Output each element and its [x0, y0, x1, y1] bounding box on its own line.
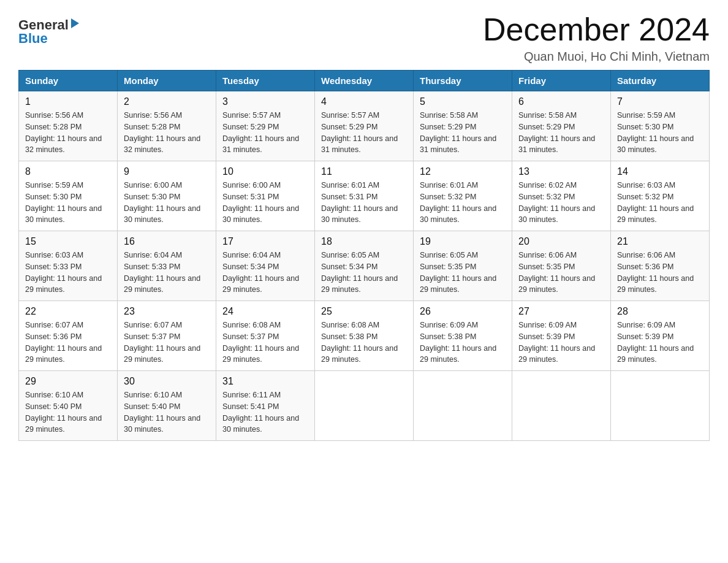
day-number: 6 — [518, 96, 604, 107]
calendar-day-cell: 21 Sunrise: 6:06 AMSunset: 5:36 PMDaylig… — [611, 231, 710, 301]
day-info: Sunrise: 6:10 AMSunset: 5:40 PMDaylight:… — [124, 391, 200, 434]
day-number: 26 — [420, 306, 506, 317]
day-info: Sunrise: 5:58 AMSunset: 5:29 PMDaylight:… — [518, 111, 595, 154]
day-number: 5 — [420, 96, 506, 107]
day-number: 14 — [617, 166, 703, 177]
weekday-header-wednesday: Wednesday — [315, 71, 414, 91]
calendar-day-cell: 16 Sunrise: 6:04 AMSunset: 5:33 PMDaylig… — [118, 231, 216, 301]
day-info: Sunrise: 6:09 AMSunset: 5:39 PMDaylight:… — [617, 321, 694, 364]
calendar-day-cell: 31 Sunrise: 6:11 AMSunset: 5:41 PMDaylig… — [216, 371, 315, 441]
day-info: Sunrise: 6:06 AMSunset: 5:36 PMDaylight:… — [617, 251, 694, 294]
logo-general-text: General — [18, 18, 69, 32]
day-info: Sunrise: 6:04 AMSunset: 5:34 PMDaylight:… — [222, 251, 299, 294]
day-info: Sunrise: 6:07 AMSunset: 5:36 PMDaylight:… — [25, 321, 102, 364]
calendar-week-row: 15 Sunrise: 6:03 AMSunset: 5:33 PMDaylig… — [19, 231, 710, 301]
logo-blue-text: Blue — [18, 31, 48, 46]
day-number: 15 — [25, 236, 111, 247]
day-info: Sunrise: 5:58 AMSunset: 5:29 PMDaylight:… — [420, 111, 496, 154]
day-number: 7 — [617, 96, 703, 107]
calendar-week-row: 1 Sunrise: 5:56 AMSunset: 5:28 PMDayligh… — [19, 91, 710, 161]
calendar-day-cell: 22 Sunrise: 6:07 AMSunset: 5:36 PMDaylig… — [19, 301, 118, 371]
calendar-header-row: SundayMondayTuesdayWednesdayThursdayFrid… — [19, 71, 710, 91]
calendar-day-cell: 8 Sunrise: 5:59 AMSunset: 5:30 PMDayligh… — [19, 161, 118, 231]
weekday-header-saturday: Saturday — [611, 71, 710, 91]
day-number: 23 — [124, 306, 210, 317]
calendar-day-cell: 20 Sunrise: 6:06 AMSunset: 5:35 PMDaylig… — [512, 231, 611, 301]
day-number: 29 — [25, 376, 111, 387]
calendar-day-cell: 11 Sunrise: 6:01 AMSunset: 5:31 PMDaylig… — [315, 161, 414, 231]
day-number: 8 — [25, 166, 111, 177]
month-title: December 2024 — [483, 12, 710, 47]
calendar-day-cell: 24 Sunrise: 6:08 AMSunset: 5:37 PMDaylig… — [216, 301, 315, 371]
calendar-day-cell: 19 Sunrise: 6:05 AMSunset: 5:35 PMDaylig… — [414, 231, 512, 301]
day-info: Sunrise: 5:56 AMSunset: 5:28 PMDaylight:… — [124, 111, 200, 154]
day-number: 18 — [321, 236, 407, 247]
day-number: 3 — [222, 96, 308, 107]
day-info: Sunrise: 5:59 AMSunset: 5:30 PMDaylight:… — [617, 111, 694, 154]
day-info: Sunrise: 6:08 AMSunset: 5:38 PMDaylight:… — [321, 321, 398, 364]
weekday-header-monday: Monday — [118, 71, 216, 91]
calendar-day-cell: 28 Sunrise: 6:09 AMSunset: 5:39 PMDaylig… — [611, 301, 710, 371]
calendar-day-cell — [512, 371, 611, 441]
weekday-header-tuesday: Tuesday — [216, 71, 315, 91]
day-number: 1 — [25, 96, 111, 107]
day-number: 19 — [420, 236, 506, 247]
day-number: 30 — [124, 376, 210, 387]
day-info: Sunrise: 6:07 AMSunset: 5:37 PMDaylight:… — [124, 321, 200, 364]
weekday-header-friday: Friday — [512, 71, 611, 91]
day-info: Sunrise: 6:03 AMSunset: 5:33 PMDaylight:… — [25, 251, 102, 294]
page-header: General Blue December 2024 Quan Muoi, Ho… — [18, 12, 710, 64]
weekday-header-thursday: Thursday — [414, 71, 512, 91]
day-info: Sunrise: 5:57 AMSunset: 5:29 PMDaylight:… — [321, 111, 398, 154]
calendar-day-cell — [414, 371, 512, 441]
day-info: Sunrise: 6:08 AMSunset: 5:37 PMDaylight:… — [222, 321, 299, 364]
calendar-table: SundayMondayTuesdayWednesdayThursdayFrid… — [18, 70, 710, 441]
day-number: 2 — [124, 96, 210, 107]
calendar-day-cell: 1 Sunrise: 5:56 AMSunset: 5:28 PMDayligh… — [19, 91, 118, 161]
day-info: Sunrise: 6:06 AMSunset: 5:35 PMDaylight:… — [518, 251, 595, 294]
day-info: Sunrise: 6:00 AMSunset: 5:30 PMDaylight:… — [124, 181, 200, 224]
day-number: 11 — [321, 166, 407, 177]
calendar-day-cell: 4 Sunrise: 5:57 AMSunset: 5:29 PMDayligh… — [315, 91, 414, 161]
day-info: Sunrise: 6:04 AMSunset: 5:33 PMDaylight:… — [124, 251, 200, 294]
calendar-day-cell: 2 Sunrise: 5:56 AMSunset: 5:28 PMDayligh… — [118, 91, 216, 161]
calendar-day-cell: 3 Sunrise: 5:57 AMSunset: 5:29 PMDayligh… — [216, 91, 315, 161]
calendar-day-cell: 25 Sunrise: 6:08 AMSunset: 5:38 PMDaylig… — [315, 301, 414, 371]
day-info: Sunrise: 6:09 AMSunset: 5:39 PMDaylight:… — [518, 321, 595, 364]
day-number: 25 — [321, 306, 407, 317]
day-info: Sunrise: 6:09 AMSunset: 5:38 PMDaylight:… — [420, 321, 496, 364]
calendar-day-cell: 12 Sunrise: 6:01 AMSunset: 5:32 PMDaylig… — [414, 161, 512, 231]
logo-icon: General Blue — [18, 18, 79, 45]
day-info: Sunrise: 6:00 AMSunset: 5:31 PMDaylight:… — [222, 181, 299, 224]
calendar-day-cell: 23 Sunrise: 6:07 AMSunset: 5:37 PMDaylig… — [118, 301, 216, 371]
calendar-day-cell: 6 Sunrise: 5:58 AMSunset: 5:29 PMDayligh… — [512, 91, 611, 161]
calendar-day-cell: 15 Sunrise: 6:03 AMSunset: 5:33 PMDaylig… — [19, 231, 118, 301]
day-number: 12 — [420, 166, 506, 177]
calendar-day-cell: 26 Sunrise: 6:09 AMSunset: 5:38 PMDaylig… — [414, 301, 512, 371]
calendar-day-cell — [611, 371, 710, 441]
day-info: Sunrise: 6:10 AMSunset: 5:40 PMDaylight:… — [25, 391, 102, 434]
calendar-day-cell: 17 Sunrise: 6:04 AMSunset: 5:34 PMDaylig… — [216, 231, 315, 301]
day-info: Sunrise: 6:03 AMSunset: 5:32 PMDaylight:… — [617, 181, 694, 224]
calendar-week-row: 29 Sunrise: 6:10 AMSunset: 5:40 PMDaylig… — [19, 371, 710, 441]
day-number: 21 — [617, 236, 703, 247]
calendar-day-cell: 7 Sunrise: 5:59 AMSunset: 5:30 PMDayligh… — [611, 91, 710, 161]
day-info: Sunrise: 6:01 AMSunset: 5:31 PMDaylight:… — [321, 181, 398, 224]
day-number: 22 — [25, 306, 111, 317]
calendar-day-cell: 5 Sunrise: 5:58 AMSunset: 5:29 PMDayligh… — [414, 91, 512, 161]
day-number: 9 — [124, 166, 210, 177]
calendar-day-cell: 10 Sunrise: 6:00 AMSunset: 5:31 PMDaylig… — [216, 161, 315, 231]
calendar-week-row: 22 Sunrise: 6:07 AMSunset: 5:36 PMDaylig… — [19, 301, 710, 371]
calendar-day-cell — [315, 371, 414, 441]
day-info: Sunrise: 6:11 AMSunset: 5:41 PMDaylight:… — [222, 391, 299, 434]
day-number: 27 — [518, 306, 604, 317]
calendar-day-cell: 14 Sunrise: 6:03 AMSunset: 5:32 PMDaylig… — [611, 161, 710, 231]
calendar-day-cell: 18 Sunrise: 6:05 AMSunset: 5:34 PMDaylig… — [315, 231, 414, 301]
calendar-day-cell: 30 Sunrise: 6:10 AMSunset: 5:40 PMDaylig… — [118, 371, 216, 441]
day-info: Sunrise: 6:05 AMSunset: 5:35 PMDaylight:… — [420, 251, 496, 294]
day-info: Sunrise: 6:01 AMSunset: 5:32 PMDaylight:… — [420, 181, 496, 224]
day-info: Sunrise: 5:59 AMSunset: 5:30 PMDaylight:… — [25, 181, 102, 224]
day-number: 20 — [518, 236, 604, 247]
weekday-header-sunday: Sunday — [19, 71, 118, 91]
day-info: Sunrise: 6:02 AMSunset: 5:32 PMDaylight:… — [518, 181, 595, 224]
